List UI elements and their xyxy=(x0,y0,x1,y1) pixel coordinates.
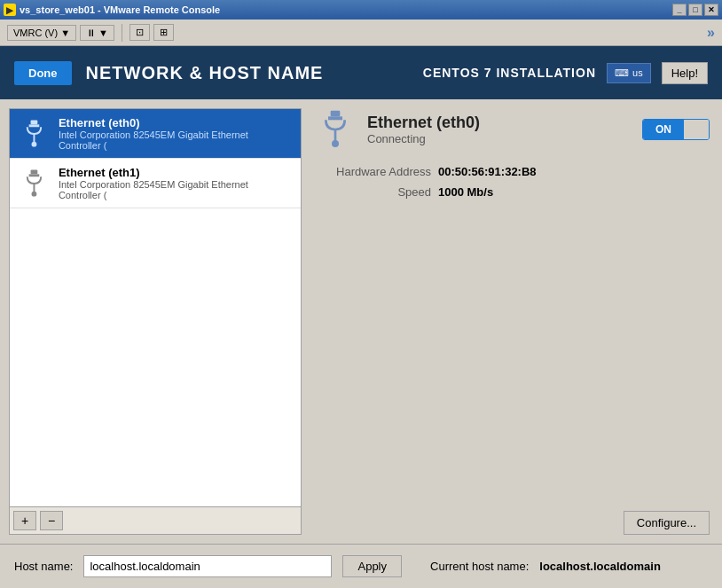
ethernet-icon xyxy=(19,118,50,150)
svg-point-2 xyxy=(32,141,37,146)
iface-eth0-name: Ethernet (eth0) xyxy=(59,116,292,129)
svg-rect-1 xyxy=(29,124,40,127)
iface-details: Hardware Address 00:50:56:91:32:B8 Speed… xyxy=(310,161,713,209)
pause-icon: ⏸ xyxy=(86,27,96,38)
configure-container: Configure... xyxy=(624,511,710,535)
configure-button[interactable]: Configure... xyxy=(624,511,710,535)
apply-button[interactable]: Apply xyxy=(342,555,402,577)
hardware-address-row: Hardware Address 00:50:56:91:32:B8 xyxy=(314,165,710,178)
toggle-off-button[interactable] xyxy=(684,120,709,139)
list-toolbar: + − xyxy=(10,506,301,534)
bottom-bar: Host name: Apply Current host name: loca… xyxy=(0,544,722,588)
vmrc-menu-button[interactable]: VMRC (V) ▼ xyxy=(7,25,76,41)
iface-eth1-info: Ethernet (eth1) Intel Corporation 82545E… xyxy=(59,166,292,200)
minimize-button[interactable]: _ xyxy=(672,4,687,16)
iface-detail-info: Ethernet (eth0) Connecting xyxy=(367,114,480,145)
svg-rect-4 xyxy=(29,174,40,176)
iface-detail-name: Ethernet (eth0) xyxy=(367,114,480,132)
page-title: NETWORK & HOST NAME xyxy=(86,63,324,83)
done-button[interactable]: Done xyxy=(14,61,72,85)
interface-list: Ethernet (eth0) Intel Corporation 82545E… xyxy=(10,109,301,506)
hostname-label: Host name: xyxy=(14,560,73,573)
vmrc-label: VMRC (V) ▼ xyxy=(13,27,70,38)
iface-detail-header: Ethernet (eth0) Connecting ON xyxy=(310,108,713,151)
centos-label: CENTOS 7 INSTALLATION xyxy=(423,66,596,80)
toolbar-separator-1 xyxy=(122,24,122,42)
header-right: CENTOS 7 INSTALLATION ⌨ us Help! xyxy=(423,62,708,84)
iface-detail-status: Connecting xyxy=(367,132,480,145)
shrink-button[interactable]: ⊞ xyxy=(153,24,174,41)
add-interface-button[interactable]: + xyxy=(13,511,36,530)
keyboard-icon: ⌨ xyxy=(615,67,629,79)
toggle-on-button[interactable]: ON xyxy=(643,120,684,139)
window-title: vs_store_web01 - VMware Remote Console xyxy=(20,4,220,15)
vmrc-toolbar: VMRC (V) ▼ ⏸ ▼ ⊡ ⊞ » xyxy=(0,20,722,46)
help-button[interactable]: Help! xyxy=(662,62,708,84)
keyboard-layout: us xyxy=(632,67,643,78)
hardware-address-value: 00:50:56:91:32:B8 xyxy=(438,165,537,178)
interface-list-panel: Ethernet (eth0) Intel Corporation 82545E… xyxy=(9,108,302,535)
iface-eth1-name: Ethernet (eth1) xyxy=(59,166,292,179)
svg-rect-6 xyxy=(331,111,341,117)
collapse-icon[interactable]: » xyxy=(707,25,715,41)
title-bar: ▶ vs_store_web01 - VMware Remote Console… xyxy=(0,0,722,20)
svg-rect-0 xyxy=(31,120,38,124)
detail-ethernet-icon xyxy=(314,108,357,151)
ethernet-icon xyxy=(19,168,50,200)
speed-row: Speed 1000 Mb/s xyxy=(314,185,710,199)
on-off-toggle[interactable]: ON xyxy=(642,119,710,140)
svg-rect-3 xyxy=(31,169,38,174)
list-item[interactable]: Ethernet (eth1) Intel Corporation 82545E… xyxy=(10,159,301,208)
close-button[interactable]: ✕ xyxy=(704,4,718,16)
speed-label: Speed xyxy=(314,185,438,199)
list-item[interactable]: Ethernet (eth0) Intel Corporation 82545E… xyxy=(10,109,301,159)
expand-button[interactable]: ⊡ xyxy=(129,24,150,41)
iface-eth1-subtitle: Intel Corporation 82545EM Gigabit Ethern… xyxy=(59,179,292,200)
title-bar-left: ▶ vs_store_web01 - VMware Remote Console xyxy=(4,4,220,16)
interface-detail-panel: Ethernet (eth0) Connecting ON Hardware A… xyxy=(310,108,713,535)
app-icon: ▶ xyxy=(4,4,16,16)
iface-eth0-subtitle: Intel Corporation 82545EM Gigabit Ethern… xyxy=(59,129,292,151)
iface-eth0-info: Ethernet (eth0) Intel Corporation 82545E… xyxy=(59,116,292,151)
expand-icon: ⊡ xyxy=(136,27,144,38)
title-bar-controls[interactable]: _ □ ✕ xyxy=(672,4,718,16)
current-hostname-label: Current host name: xyxy=(430,560,529,573)
shrink-icon: ⊞ xyxy=(160,27,168,38)
hardware-address-label: Hardware Address xyxy=(314,165,438,178)
main-content: Ethernet (eth0) Intel Corporation 82545E… xyxy=(0,99,722,544)
pause-button[interactable]: ⏸ ▼ xyxy=(80,25,114,41)
remove-interface-button[interactable]: − xyxy=(40,511,63,530)
hostname-input[interactable] xyxy=(83,555,332,577)
maximize-button[interactable]: □ xyxy=(688,4,702,16)
page-header: Done NETWORK & HOST NAME CENTOS 7 INSTAL… xyxy=(0,46,722,99)
iface-header-left: Ethernet (eth0) Connecting xyxy=(314,108,480,151)
svg-rect-7 xyxy=(328,116,342,120)
keyboard-button[interactable]: ⌨ us xyxy=(607,63,651,83)
speed-value: 1000 Mb/s xyxy=(438,185,493,199)
svg-point-5 xyxy=(32,191,37,196)
current-hostname-value: localhost.localdomain xyxy=(539,560,661,573)
svg-point-8 xyxy=(332,140,339,147)
